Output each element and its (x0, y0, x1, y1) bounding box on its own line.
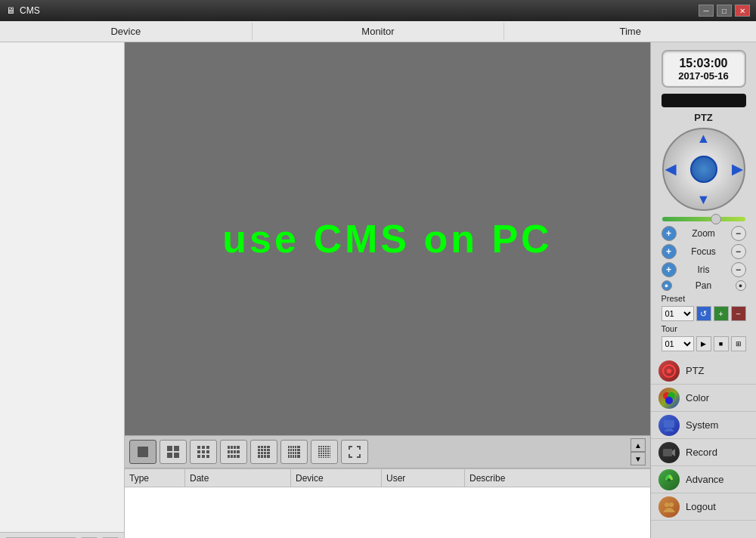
nav-record-button[interactable]: Record (651, 439, 756, 466)
focus-out-button[interactable]: − (731, 244, 746, 259)
nav-system-button[interactable]: System (651, 412, 756, 439)
svg-rect-62 (318, 446, 320, 447)
ptz-center-button[interactable] (690, 156, 717, 183)
ptz-up-button[interactable]: ▲ (697, 131, 711, 147)
svg-rect-56 (297, 452, 300, 454)
svg-rect-42 (288, 446, 290, 448)
ptz-slider[interactable] (662, 217, 745, 221)
ptz-down-button[interactable]: ▼ (697, 192, 711, 208)
black-bar (662, 94, 746, 107)
view-3x3-button[interactable] (190, 440, 217, 464)
svg-rect-4 (174, 453, 179, 458)
view-1x1-button[interactable] (129, 440, 156, 464)
date-value: 2017-05-16 (678, 70, 729, 82)
ptz-control[interactable]: ▲ ▼ ◀ ▶ (662, 128, 745, 211)
focus-in-button[interactable]: + (662, 244, 677, 259)
sidebar-bottom: 🔍 ↻ (0, 532, 124, 538)
svg-rect-93 (321, 457, 322, 458)
focus-label: Focus (677, 246, 731, 257)
color-nav-icon (658, 388, 680, 409)
nav-advance-label: Advance (686, 474, 724, 485)
svg-rect-29 (267, 446, 270, 448)
svg-rect-67 (330, 446, 330, 447)
preset-select[interactable]: 01 (662, 306, 694, 321)
ptz-nav-icon (658, 360, 680, 382)
svg-rect-5 (197, 446, 200, 449)
svg-rect-78 (327, 450, 329, 452)
nav-ptz-button[interactable]: PTZ (651, 357, 756, 385)
svg-rect-10 (206, 450, 209, 453)
nav-logout-button[interactable]: Logout (651, 493, 756, 521)
svg-rect-28 (264, 446, 266, 448)
tour-label: Tour (662, 324, 689, 333)
pan-right-button[interactable]: ● (736, 280, 746, 291)
svg-rect-18 (228, 450, 230, 453)
view-4x4-button[interactable] (250, 440, 277, 464)
ptz-right-button[interactable]: ▶ (732, 161, 742, 178)
pan-left-button[interactable]: ● (662, 280, 672, 291)
tour-stop-button[interactable]: ■ (714, 336, 729, 351)
svg-rect-26 (258, 446, 260, 448)
iris-in-button[interactable]: + (662, 262, 677, 277)
svg-rect-64 (323, 446, 324, 447)
close-button[interactable]: ✕ (735, 5, 750, 17)
svg-rect-31 (261, 449, 263, 451)
right-panel: 15:03:00 2017-05-16 PTZ ▲ ▼ ◀ ▶ + Zoom − (650, 42, 756, 538)
log-col-describe: Describe (465, 469, 650, 487)
svg-rect-69 (321, 448, 322, 450)
ptz-slider-row (662, 217, 745, 221)
zoom-out-button[interactable]: − (731, 226, 746, 241)
svg-rect-46 (297, 446, 300, 448)
zoom-in-button[interactable]: + (662, 226, 677, 241)
svg-rect-21 (237, 450, 240, 453)
menu-monitor[interactable]: Monitor (253, 23, 505, 40)
maximize-button[interactable]: □ (717, 5, 732, 17)
iris-out-button[interactable]: − (731, 262, 746, 277)
nav-system-label: System (686, 419, 718, 431)
tour-grid-button[interactable]: ⊞ (731, 336, 746, 351)
preset-go-button[interactable]: ↺ (696, 306, 711, 321)
nav-color-button[interactable]: Color (651, 385, 756, 412)
view-5x5-button[interactable] (280, 440, 308, 464)
svg-rect-52 (288, 452, 290, 454)
tour-play-button[interactable]: ▶ (696, 336, 711, 351)
svg-rect-95 (325, 457, 327, 458)
nav-record-label: Record (686, 447, 717, 458)
svg-rect-76 (323, 450, 324, 452)
menu-time[interactable]: Time (504, 23, 756, 40)
svg-rect-7 (206, 446, 209, 449)
view-6x6-button[interactable] (311, 440, 338, 464)
svg-rect-83 (325, 453, 327, 454)
svg-rect-20 (234, 450, 236, 453)
nav-advance-button[interactable]: Advance (651, 466, 756, 493)
ptz-left-button[interactable]: ◀ (665, 161, 676, 178)
log-header: Type Date Device User Describe (125, 469, 650, 487)
svg-rect-73 (330, 448, 330, 450)
svg-rect-66 (327, 446, 329, 447)
minimize-button[interactable]: ─ (699, 5, 714, 17)
preset-add-button[interactable]: + (714, 306, 729, 321)
svg-rect-75 (321, 450, 322, 452)
pan-label: Pan (672, 280, 736, 291)
svg-rect-79 (330, 450, 330, 452)
titlebar-controls: ─ □ ✕ (699, 5, 750, 17)
nav-logout-label: Logout (686, 501, 716, 512)
tour-row: Tour (662, 324, 746, 333)
view-fullscreen-button[interactable] (341, 440, 368, 464)
view-3x4-button[interactable] (220, 440, 247, 464)
preset-delete-button[interactable]: − (731, 306, 746, 321)
scroll-up-button[interactable]: ▲ (631, 438, 646, 452)
svg-rect-27 (261, 446, 263, 448)
svg-rect-25 (237, 455, 240, 458)
log-area: Type Date Device User Describe (125, 468, 650, 538)
view-2x2-button[interactable] (160, 440, 187, 464)
tour-select[interactable]: 01 (662, 336, 694, 351)
svg-rect-53 (290, 452, 292, 454)
scroll-down-button[interactable]: ▼ (631, 452, 646, 465)
preset-row: Preset (662, 294, 746, 303)
menu-device[interactable]: Device (0, 23, 253, 40)
app-icon: 🖥 (6, 5, 15, 16)
svg-rect-89 (325, 455, 327, 456)
svg-rect-32 (264, 449, 266, 451)
monitor-view[interactable]: use CMS on PC (125, 42, 650, 435)
